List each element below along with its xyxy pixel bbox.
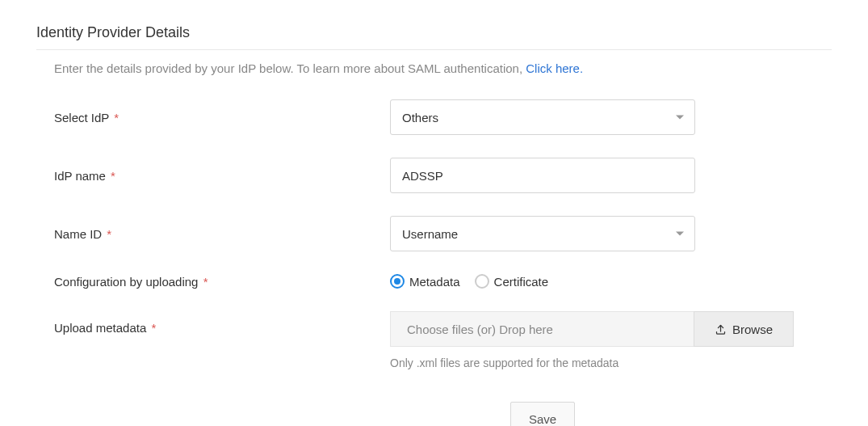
upload-icon	[715, 323, 727, 335]
learn-more-link[interactable]: Click here.	[526, 61, 583, 75]
configuration-label-text: Configuration by uploading	[54, 275, 198, 289]
select-idp-value: Others	[402, 111, 438, 124]
upload-label-text: Upload metadata	[54, 321, 146, 335]
radio-certificate-label: Certificate	[494, 275, 549, 289]
idp-name-label: IdP name *	[54, 169, 390, 183]
required-asterisk: *	[107, 227, 111, 241]
required-asterisk: *	[203, 275, 208, 289]
name-id-dropdown[interactable]: Username	[390, 216, 695, 251]
instructions-prefix: Enter the details provided by your IdP b…	[54, 61, 526, 75]
radio-metadata-label: Metadata	[409, 275, 460, 289]
name-id-label-text: Name ID	[54, 227, 102, 241]
browse-button-label: Browse	[732, 323, 773, 336]
browse-button[interactable]: Browse	[694, 311, 794, 347]
file-drop-zone[interactable]: Choose files (or) Drop here	[390, 311, 694, 347]
idp-name-label-text: IdP name	[54, 169, 106, 183]
chevron-down-icon	[676, 116, 684, 120]
upload-label: Upload metadata *	[54, 311, 390, 335]
radio-certificate[interactable]: Certificate	[475, 274, 549, 289]
configuration-label: Configuration by uploading *	[54, 275, 390, 289]
chevron-down-icon	[676, 232, 684, 236]
select-idp-label-text: Select IdP	[54, 111, 109, 124]
save-button[interactable]: Save	[510, 402, 575, 426]
name-id-value: Username	[402, 227, 458, 241]
idp-name-input[interactable]	[390, 158, 695, 193]
required-asterisk: *	[151, 321, 156, 335]
select-idp-dropdown[interactable]: Others	[390, 99, 695, 135]
radio-icon	[475, 274, 489, 289]
section-title: Identity Provider Details	[36, 24, 832, 50]
radio-metadata[interactable]: Metadata	[390, 274, 460, 289]
required-asterisk: *	[111, 169, 115, 183]
required-asterisk: *	[114, 111, 119, 124]
instructions-text: Enter the details provided by your IdP b…	[54, 61, 832, 75]
select-idp-label: Select IdP *	[54, 111, 390, 124]
radio-icon	[390, 274, 405, 289]
drop-zone-placeholder: Choose files (or) Drop here	[407, 323, 553, 336]
name-id-label: Name ID *	[54, 227, 390, 241]
upload-hint: Only .xml files are supported for the me…	[390, 356, 832, 369]
